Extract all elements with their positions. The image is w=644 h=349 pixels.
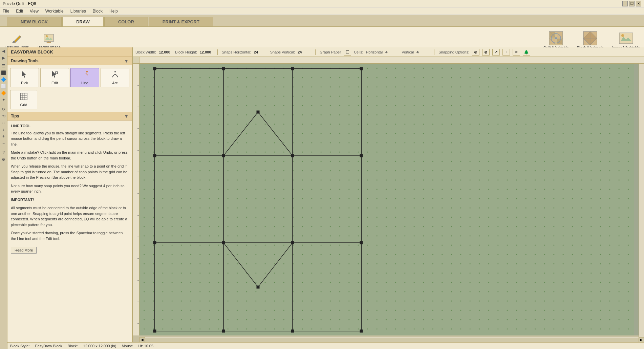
svg-rect-2 — [44, 34, 53, 42]
svg-rect-18 — [56, 72, 58, 74]
svg-line-1 — [12, 42, 14, 43]
tabbar: NEW BLOCK DRAW COLOR PRINT & EXPORT — [0, 15, 644, 27]
menu-edit[interactable]: Edit — [15, 8, 24, 14]
graph-paper-label: Graph Paper — [320, 50, 341, 54]
grid-tool-button[interactable]: Grid — [10, 90, 37, 109]
titlebar-title: Puzzle Quilt - EQ8 — [3, 1, 36, 6]
hscroll-track[interactable] — [145, 338, 639, 342]
snap-btn-6[interactable]: 🌲 — [523, 49, 530, 56]
snap-btn-3[interactable]: ↗ — [492, 49, 500, 56]
hscroll-left[interactable]: ◀ — [139, 337, 145, 343]
menu-view[interactable]: View — [28, 8, 40, 14]
left-tool-12[interactable]: ↕ — [1, 127, 7, 133]
canvas-origin — [133, 57, 139, 64]
snap-btn-5[interactable]: ✕ — [513, 49, 520, 56]
horizontal-scrollbar[interactable]: ◀ ▶ — [139, 337, 644, 342]
tracing-image-icon — [42, 31, 56, 45]
read-more-button[interactable]: Read More — [11, 247, 37, 254]
edit-tool-button[interactable]: Edit — [40, 68, 69, 87]
image-worktable-icon — [619, 31, 634, 46]
pick-tool-label: Pick — [21, 81, 28, 85]
pick-tool-icon — [21, 70, 29, 80]
drawing-svg[interactable] — [139, 64, 634, 335]
tab-print-export[interactable]: PRINT & EXPORT — [149, 17, 213, 26]
snap-btn-1[interactable]: ⊕ — [472, 49, 479, 56]
block-width-value: 12.000 — [159, 50, 172, 54]
snap-btn-2[interactable]: ⊗ — [482, 49, 490, 56]
svg-rect-135 — [153, 154, 156, 157]
tips-title: LINE TOOL — [11, 123, 129, 129]
tab-new-block[interactable]: NEW BLOCK — [7, 17, 62, 26]
left-tool-6[interactable]: ⬜ — [1, 83, 7, 89]
tab-color[interactable]: COLOR — [104, 17, 148, 26]
svg-text:8: 8 — [133, 239, 134, 240]
arc-tool-button[interactable]: Arc — [101, 68, 129, 87]
left-tool-10[interactable]: ⟲ — [1, 113, 7, 119]
left-tool-2[interactable]: ▶ — [1, 55, 7, 61]
left-tool-3[interactable]: ☰ — [1, 63, 7, 69]
left-tool-16[interactable]: ⚙ — [1, 156, 7, 162]
status-bar: Block Style: EasyDraw Block Block: 12.00… — [7, 342, 644, 349]
pick-tool-button[interactable]: Pick — [10, 68, 39, 87]
snaps-v-label: Snaps Vertical: — [270, 50, 295, 54]
left-tool-8[interactable]: ✦ — [1, 97, 7, 103]
drawing-tools-icon — [10, 31, 24, 45]
hscroll-right[interactable]: ▶ — [639, 337, 644, 343]
mouse-value: Ht: 10.05 — [138, 344, 153, 348]
svg-rect-16 — [619, 33, 633, 44]
drawing-tools-section-header: Drawing Tools ▼ — [7, 57, 132, 65]
left-tool-13[interactable]: + — [1, 133, 7, 139]
tab-draw[interactable]: DRAW — [62, 17, 104, 26]
left-tool-15[interactable]: ? — [1, 150, 7, 156]
canvas-content[interactable] — [139, 64, 644, 335]
left-tool-4[interactable]: ⬛ — [1, 70, 7, 76]
menu-libraries[interactable]: Libraries — [69, 8, 87, 14]
svg-rect-115 — [139, 64, 634, 335]
edit-tool-icon — [51, 70, 59, 80]
menu-block[interactable]: Block — [91, 8, 104, 14]
titlebar-controls: — ❐ ✕ — [622, 1, 641, 6]
svg-text:12: 12 — [133, 324, 134, 327]
tips-p4: Not sure how many snap points you need? … — [11, 183, 129, 194]
line-tool-button[interactable]: Line — [70, 68, 99, 87]
restore-button[interactable]: ❐ — [629, 1, 635, 6]
svg-text:9: 9 — [133, 260, 134, 262]
close-button[interactable]: ✕ — [636, 1, 641, 6]
left-tool-1[interactable]: ◀ — [1, 48, 7, 54]
minimize-button[interactable]: — — [622, 1, 628, 6]
drawing-tools-collapse[interactable]: ▼ — [124, 58, 129, 64]
left-tool-5[interactable]: 🔷 — [1, 77, 7, 83]
svg-point-14 — [555, 37, 557, 39]
snap-btn-4[interactable]: + — [502, 49, 510, 56]
tips-section: LINE TOOL The Line tool allows you to dr… — [7, 121, 132, 256]
left-tool-14[interactable]: − — [1, 140, 7, 146]
grid-tool-label: Grid — [20, 103, 27, 107]
svg-rect-125 — [291, 154, 294, 157]
graph-paper-btn[interactable]: ☐ — [344, 49, 351, 56]
block-style-label: Block Style: — [10, 344, 29, 348]
block-width-label: Block Width: — [135, 50, 156, 54]
canvas-area: Block Width: 12.000 Block Height: 12.000… — [133, 47, 644, 342]
menu-worktable[interactable]: Worktable — [44, 8, 65, 14]
svg-text:6: 6 — [133, 195, 134, 197]
left-tool-11[interactable]: ↔ — [1, 120, 7, 126]
tips-collapse[interactable]: ▼ — [124, 113, 129, 119]
svg-text:10: 10 — [133, 280, 134, 284]
quilt-worktable-icon — [549, 31, 563, 46]
svg-rect-137 — [153, 241, 156, 244]
svg-rect-131 — [153, 67, 156, 70]
svg-text:1: 1 — [133, 87, 134, 89]
svg-rect-132 — [222, 67, 225, 70]
menu-file[interactable]: File — [1, 8, 10, 14]
vertical-label: Vertical — [402, 50, 414, 54]
tips-important-header: IMPORTANT! — [11, 197, 129, 203]
left-tool-7[interactable]: 🔶 — [1, 90, 7, 96]
menu-help[interactable]: Help — [108, 8, 119, 14]
svg-rect-130 — [291, 241, 294, 244]
drawing-tools-grid: Pick Edit — [7, 65, 132, 90]
arc-tool-icon — [111, 70, 119, 80]
vertical-scrollbar[interactable] — [639, 64, 644, 337]
horizontal-label: Horizontal — [366, 50, 383, 54]
left-tool-9[interactable]: ⟳ — [1, 106, 7, 112]
block-height-label: Block Height: — [175, 50, 197, 54]
